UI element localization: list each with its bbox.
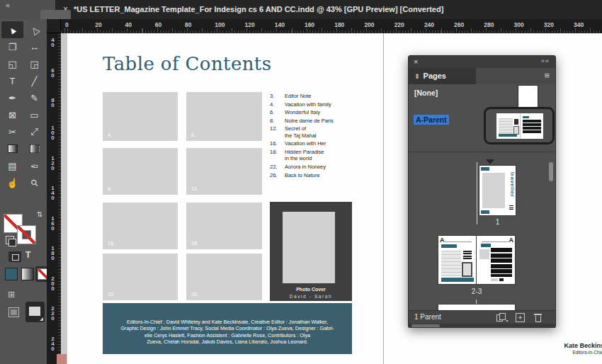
edit-toolbar-icon[interactable]: ⊞ — [8, 290, 15, 300]
panel-vertical-scrollbar[interactable] — [549, 162, 553, 181]
content-placer-tool-icon[interactable]: ◲ — [23, 55, 45, 72]
zoom-tool-icon[interactable]: ⚲ — [23, 174, 45, 191]
dock-collapse-icon[interactable]: « — [6, 1, 11, 9]
eyedropper-tool-icon[interactable]: ✑ — [23, 157, 45, 174]
thumb-rule — [443, 241, 472, 242]
frame-page-number: 4. — [108, 132, 112, 137]
document-tab[interactable]: × *US LETTER_Magazine Template_For Indes… — [55, 0, 602, 19]
collapse-panel-icon[interactable]: «« — [541, 57, 550, 64]
editors-credit-line: Editors-In-Chief : David Whiteley and Ka… — [103, 319, 352, 325]
parent-item-none[interactable]: [None] — [414, 89, 438, 97]
create-spread-icon[interactable] — [496, 313, 508, 322]
selection-tool-icon[interactable]: ▲ — [1, 21, 23, 38]
toc-entry-title: Back to Nature — [285, 172, 320, 178]
vruler-label: 1 0 0 — [47, 125, 59, 140]
hand-tool-icon[interactable]: ☝ — [1, 174, 23, 191]
tool-grid: ▲△❐↔◱◲T╱✒✎⊠▭✂⤢▤✑☝⚲ — [1, 21, 45, 191]
pages-panel: × «« ⇕Pages ≡ [None] A-Parent traveller — [408, 55, 556, 327]
stroke-swatch[interactable] — [18, 226, 35, 244]
toc-entry-page: 26. — [270, 172, 285, 178]
vruler-label: 1 8 0 — [47, 246, 59, 261]
hruler-label: 20 — [95, 21, 101, 28]
toc-image-frame[interactable]: 6. — [186, 92, 262, 141]
toc-entry-title: Wonderful Italy — [285, 109, 320, 115]
thumb-cover-image — [482, 173, 505, 208]
toc-image-frame[interactable]: 4. — [103, 92, 178, 141]
formatting-affects-container-button[interactable] — [8, 251, 21, 262]
toc-entry-title: Vacation with Her — [285, 140, 326, 147]
swap-fill-stroke-icon[interactable]: ⇄ — [36, 211, 44, 217]
type-tool-icon[interactable]: T — [1, 72, 23, 89]
frame-page-number: 6. — [191, 132, 195, 137]
toc-entry-page: 16. — [270, 140, 285, 147]
rectangle-tool-icon[interactable]: ▭ — [23, 106, 45, 123]
next-spread-thumbnail-edge[interactable] — [438, 305, 515, 310]
parent-none-thumbnail[interactable] — [518, 86, 538, 108]
toc-entry-page: 18. — [270, 149, 285, 162]
frame-page-number: 12. — [191, 186, 198, 191]
panel-menu-icon[interactable]: ≡ — [544, 70, 550, 81]
apply-gradient-button[interactable] — [22, 268, 33, 280]
toc-image-frame[interactable]: 18. — [186, 203, 262, 249]
toc-image-frame[interactable]: 16. — [103, 203, 178, 249]
page-1-thumbnail[interactable]: traveller — [479, 166, 516, 215]
default-fill-stroke-icon[interactable] — [6, 236, 14, 244]
hruler-label: 0 — [65, 21, 69, 28]
editors-credit-line: Graphic Design : John Emmet Tracy, Socia… — [103, 325, 352, 331]
close-panel-icon[interactable]: × — [414, 57, 418, 66]
parent-item-a-parent[interactable]: A-Parent — [414, 115, 449, 125]
pencil-tool-icon[interactable]: ✎ — [23, 89, 45, 106]
preview-mode-button[interactable] — [8, 307, 19, 317]
page-3-thumbnail[interactable]: A — [477, 236, 515, 284]
toc-entry: 26.Back to Nature — [270, 172, 353, 178]
apply-color-button[interactable] — [6, 268, 17, 280]
gradient-feather-tool-icon[interactable] — [23, 140, 45, 157]
vruler-label: 1 4 0 — [47, 186, 59, 200]
photo-cover-frame[interactable]: Photo Cover David - Sarah — [270, 202, 352, 301]
thumb-teal-tab — [481, 167, 489, 171]
vertical-ruler: 4 06 08 01 0 01 2 01 4 01 6 01 8 02 0 02… — [47, 19, 61, 364]
direct-selection-tool-icon[interactable]: △ — [23, 21, 45, 38]
scissors-tool-icon[interactable]: ✂ — [1, 123, 23, 140]
ruler-origin-corner[interactable] — [47, 19, 61, 33]
toc-entry: 4.Vacation with family — [270, 101, 353, 108]
toc-image-frame[interactable]: 12. — [186, 148, 262, 195]
screen-mode-button[interactable] — [25, 302, 45, 322]
tab-pages[interactable]: ⇕Pages — [409, 68, 476, 84]
thumb-bit — [491, 278, 498, 281]
thumb-teal-bar — [523, 116, 529, 118]
formatting-affects-text-button[interactable]: T — [25, 250, 30, 260]
toc-entry-list[interactable]: 3.Editor Note4.Vacation with family6.Won… — [270, 93, 353, 180]
frame-page-number: 22. — [108, 292, 115, 297]
vruler-label: 2 4 0 — [47, 336, 59, 351]
editors-credit-frame[interactable]: Editors-In-Chief : David Whiteley and Ka… — [103, 303, 352, 354]
gradient-tool-icon[interactable] — [1, 140, 23, 157]
frame-tool-icon[interactable]: ⊠ — [1, 106, 23, 123]
page-overrides-arrow-icon — [486, 159, 494, 164]
hruler-label: 60 — [155, 21, 161, 28]
hruler-label: 220 — [394, 21, 404, 28]
note-tool-icon[interactable]: ▤ — [1, 157, 23, 174]
page-1-label[interactable]: 1 — [479, 218, 516, 226]
gap-tool-icon[interactable]: ↔ — [23, 38, 45, 55]
page-tool-icon[interactable]: ❐ — [1, 38, 23, 55]
frame-page-number: 26. — [191, 292, 198, 297]
page-2-thumbnail[interactable]: A — [438, 236, 477, 284]
tools-panel-grip[interactable] — [40, 10, 71, 19]
delete-page-icon[interactable] — [534, 313, 542, 322]
content-collector-tool-icon[interactable]: ◱ — [1, 55, 23, 72]
spread-2-3-label[interactable]: 2-3 — [438, 288, 515, 295]
free-transform-tool-icon[interactable]: ⤢ — [23, 123, 45, 140]
toc-image-frame[interactable]: 26. — [186, 254, 262, 300]
panel-horizontal-scrollbar[interactable] — [409, 324, 555, 328]
toc-title[interactable]: Table of Contents — [103, 53, 271, 74]
toc-image-frame[interactable]: 22. — [103, 254, 178, 300]
line-tool-icon[interactable]: ╱ — [23, 72, 45, 89]
pen-tool-icon[interactable]: ✒ — [1, 89, 23, 106]
a-parent-thumbnail[interactable] — [496, 113, 543, 139]
pages-panel-titlebar[interactable]: × «« — [409, 56, 555, 68]
new-page-icon[interactable]: + — [516, 313, 525, 322]
toc-entry-page: 12. — [270, 125, 285, 139]
toc-entry: 16.Vacation with Her — [270, 140, 353, 147]
toc-image-frame[interactable]: 8. — [103, 148, 178, 195]
